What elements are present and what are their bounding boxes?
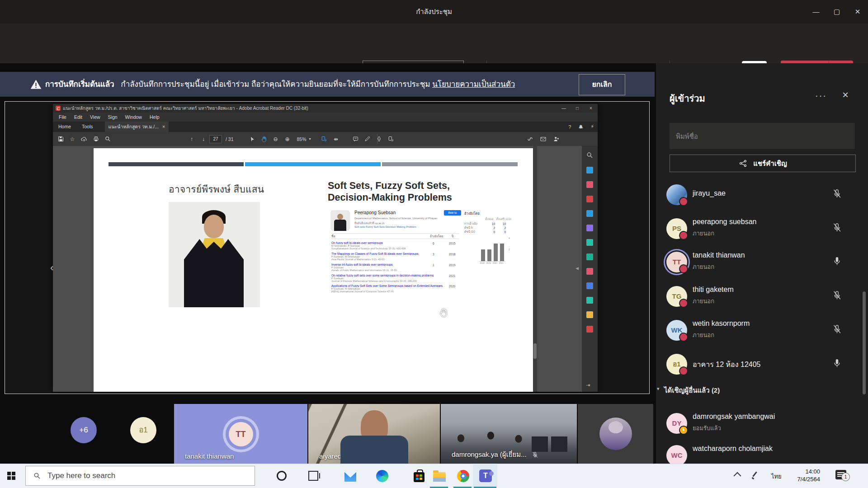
action-center-icon[interactable]: 1: [835, 470, 846, 479]
invited-section-caret-icon[interactable]: ▾: [657, 386, 660, 392]
request-signatures-icon[interactable]: [586, 311, 593, 318]
store-icon[interactable]: [412, 469, 426, 483]
share-with-others-icon[interactable]: [553, 136, 560, 142]
menu-file[interactable]: File: [57, 113, 68, 121]
fit-width-icon[interactable]: ⇻: [330, 136, 342, 142]
privacy-policy-link[interactable]: นโยบายความเป็นส่วนตัว: [432, 80, 515, 89]
panel-scrollbar[interactable]: [863, 291, 866, 394]
participant-row[interactable]: TG thiti gaketem ภายนอก: [656, 280, 868, 313]
notification-bell-icon[interactable]: 🔔︎: [578, 124, 583, 130]
collapse-right-chevron-icon[interactable]: ◂: [576, 264, 579, 272]
start-button[interactable]: [7, 472, 15, 480]
video-tile-round[interactable]: [578, 404, 653, 464]
pdf-document-area[interactable]: อาจารย์พีรพงษ์ สืบแสน Soft Sets, Fuzzy S…: [53, 146, 579, 392]
fit-page-icon[interactable]: [318, 136, 330, 142]
tray-expand-chevron-icon[interactable]: [731, 470, 743, 482]
window-close-button[interactable]: ✕: [847, 0, 868, 23]
participant-row[interactable]: jirayu_sae: [656, 178, 868, 211]
menu-window[interactable]: Window: [123, 113, 144, 121]
send-email-icon[interactable]: [540, 136, 547, 142]
help-question-icon[interactable]: ?: [568, 124, 571, 130]
participant-row[interactable]: PS peerapong suebsan ภายนอก: [656, 212, 868, 245]
file-explorer-icon[interactable]: [433, 469, 446, 483]
comment-tool-icon[interactable]: [586, 210, 593, 217]
overflow-participants-badge[interactable]: +6: [71, 417, 97, 443]
room-participant-badge[interactable]: อ1: [130, 417, 156, 443]
zoom-level-select[interactable]: 85%: [297, 136, 307, 142]
task-view-icon[interactable]: [307, 469, 320, 483]
video-tile-tanakit[interactable]: TT tanakit thianwan: [174, 404, 307, 464]
teams-icon[interactable]: T: [479, 469, 492, 483]
menu-sign[interactable]: Sign: [106, 113, 119, 121]
edge-icon[interactable]: [375, 469, 389, 483]
compress-pdf-icon[interactable]: [586, 253, 593, 260]
expand-panel-icon[interactable]: ⇥: [586, 382, 590, 388]
page-number-input[interactable]: 27: [209, 135, 222, 143]
more-tools-icon[interactable]: [586, 326, 593, 333]
panel-close-icon[interactable]: ×: [842, 89, 849, 101]
menu-edit[interactable]: Edit: [72, 113, 84, 121]
find-icon[interactable]: [102, 136, 113, 142]
pdf-scrollbar[interactable]: [533, 146, 537, 392]
invited-participant-row[interactable]: WC watcharaporn cholamjiak: [656, 439, 868, 464]
upgrade-icon[interactable]: ⚡︎: [590, 124, 594, 130]
highlight-icon[interactable]: [362, 136, 373, 142]
dismiss-banner-button[interactable]: ยกเลิก: [579, 74, 625, 95]
zoom-in-icon[interactable]: ⊕: [282, 136, 293, 142]
share-invite-button[interactable]: แชร์คำเชิญ: [670, 155, 856, 172]
tab-document[interactable]: แนะนำหลักสูตร วท.ม./... ×: [105, 122, 169, 132]
mail-icon[interactable]: [344, 469, 357, 483]
previous-page-icon[interactable]: ↑: [186, 136, 198, 142]
combine-files-icon[interactable]: [586, 225, 593, 231]
video-tile-aiyared[interactable]: aiyared iampan: [308, 404, 440, 464]
mic-off-icon[interactable]: [831, 188, 843, 199]
mic-on-icon[interactable]: [831, 255, 843, 267]
protect-icon[interactable]: [586, 282, 593, 289]
mic-off-icon[interactable]: [831, 324, 843, 335]
zoom-tool-icon[interactable]: [586, 151, 594, 159]
participant-row[interactable]: อ1 อาคาร 12 ห้อง 12405: [656, 347, 868, 381]
acrobat-maximize-button[interactable]: □: [571, 106, 584, 111]
video-tile-damrongsak[interactable]: damrongsak.ya (ผู้เยี่ยม...: [441, 404, 577, 464]
language-indicator[interactable]: ไทย: [771, 472, 782, 481]
acrobat-close-button[interactable]: ×: [584, 106, 598, 111]
print-icon[interactable]: [90, 136, 102, 142]
menu-view[interactable]: View: [88, 113, 102, 121]
participant-search-input[interactable]: [670, 123, 855, 149]
tray-clock[interactable]: 14:00 7/4/2564: [786, 468, 820, 483]
select-tool-icon[interactable]: [246, 136, 258, 142]
share-link-icon[interactable]: [527, 136, 533, 142]
zoom-out-icon[interactable]: ⊖: [270, 136, 282, 142]
mic-on-icon[interactable]: [831, 357, 843, 369]
cortana-icon[interactable]: [275, 469, 288, 483]
save-icon[interactable]: [55, 136, 66, 142]
participant-row[interactable]: TT tanakit thianwan ภายนอก: [656, 245, 868, 279]
mic-off-icon[interactable]: [831, 290, 843, 301]
fill-sign-icon[interactable]: [373, 136, 385, 142]
next-page-icon[interactable]: ↓: [198, 136, 209, 142]
tab-close-icon[interactable]: ×: [162, 122, 165, 132]
cloud-upload-icon[interactable]: [78, 136, 90, 143]
hand-tool-icon[interactable]: [258, 136, 270, 143]
invited-section-header[interactable]: ได้เชิญผู้อื่นแล้ว (2): [664, 385, 720, 396]
window-maximize-button[interactable]: ▢: [826, 0, 847, 23]
pen-tray-icon[interactable]: [751, 471, 758, 479]
mic-off-icon[interactable]: [831, 222, 843, 233]
export-pdf-icon[interactable]: [586, 167, 593, 174]
redact-icon[interactable]: [586, 268, 593, 275]
participant-row[interactable]: WK wetin kasornporm ภายนอก: [656, 314, 868, 347]
star-icon[interactable]: ☆: [66, 136, 78, 142]
taskbar-search[interactable]: Type here to search: [25, 466, 255, 486]
fill-sign-tool-icon[interactable]: [586, 297, 593, 304]
organize-pages-tool-icon[interactable]: [586, 239, 593, 246]
menu-help[interactable]: Help: [148, 113, 161, 121]
invited-participant-row[interactable]: DY damrongsak yambangwai ยอมรับแล้ว: [656, 407, 868, 440]
tab-home[interactable]: Home: [53, 122, 76, 132]
collapse-left-chevron-icon[interactable]: ‹: [50, 262, 53, 274]
organize-pages-icon[interactable]: [385, 136, 397, 142]
window-minimize-button[interactable]: —: [806, 0, 826, 23]
chrome-icon[interactable]: [456, 469, 470, 483]
create-pdf-icon[interactable]: [586, 181, 593, 188]
panel-more-icon[interactable]: ···: [815, 90, 827, 101]
comment-icon[interactable]: [350, 136, 362, 142]
